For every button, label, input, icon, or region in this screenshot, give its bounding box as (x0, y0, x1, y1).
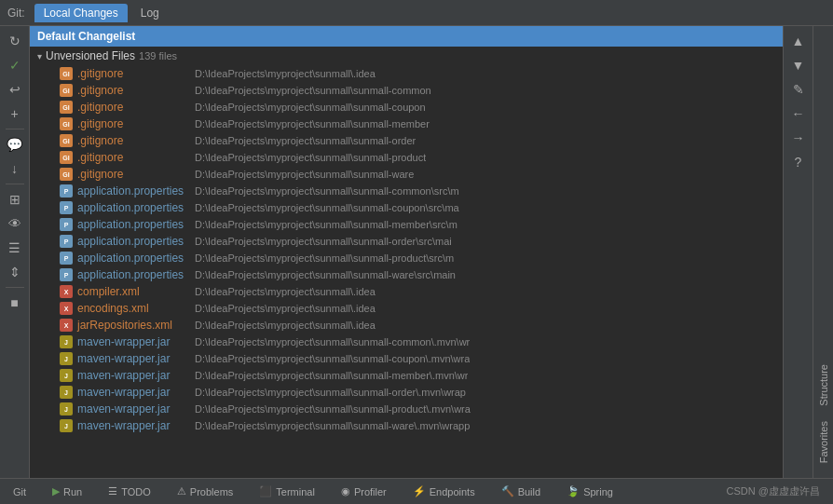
file-path: D:\IdeaProjects\myproject\sunmall\sunmal… (195, 336, 470, 347)
file-path: D:\IdeaProjects\myproject\sunmall\sunmal… (195, 353, 470, 364)
structure-panel[interactable]: Structure (816, 357, 831, 414)
file-name: maven-wrapper.jar (77, 369, 189, 382)
expand-button[interactable]: ⇕ (4, 261, 26, 283)
file-name: compiler.xml (77, 285, 189, 298)
list-item[interactable]: J maven-wrapper.jar D:\IdeaProjects\mypr… (30, 334, 783, 350)
file-type-icon: P (60, 184, 73, 198)
list-item[interactable]: J maven-wrapper.jar D:\IdeaProjects\mypr… (30, 401, 783, 417)
stop-button[interactable]: ■ (4, 292, 26, 314)
group-by-button[interactable]: ⊞ (4, 188, 26, 211)
file-type-icon: P (60, 201, 73, 214)
separator-2 (6, 184, 24, 184)
add-button[interactable]: + (4, 102, 26, 125)
terminal-icon: ⬛ (259, 485, 272, 497)
list-item[interactable]: J maven-wrapper.jar D:\IdeaProjects\mypr… (30, 384, 783, 401)
file-name: encodings.xml (77, 302, 189, 315)
sort-button[interactable]: ☰ (4, 237, 26, 259)
profiler-status[interactable]: ◉ Profiler (335, 484, 392, 499)
spring-status[interactable]: 🍃 Spring (561, 484, 619, 499)
check-button[interactable]: ✓ (4, 54, 26, 76)
run-label: Run (63, 486, 82, 497)
file-type-icon: GI (60, 151, 73, 164)
file-path: D:\IdeaProjects\myproject\sunmall\sunmal… (195, 85, 431, 96)
file-name: application.properties (77, 218, 189, 231)
list-item[interactable]: GI .gitignore D:\IdeaProjects\myproject\… (30, 166, 783, 183)
comment-button[interactable]: 💬 (4, 133, 26, 156)
build-status[interactable]: 🔨 Build (496, 484, 546, 499)
edit-button[interactable]: ✎ (787, 78, 810, 101)
file-path: D:\IdeaProjects\myproject\sunmall\sunmal… (195, 185, 459, 197)
unversioned-count: 139 files (139, 50, 177, 61)
file-path: D:\IdeaProjects\myproject\sunmall\sunmal… (195, 118, 430, 129)
todo-label: TODO (121, 486, 151, 497)
file-name: application.properties (77, 235, 189, 248)
tab-log[interactable]: Log (131, 4, 169, 22)
file-path: D:\IdeaProjects\myproject\sunmall\sunmal… (195, 370, 468, 381)
list-item[interactable]: GI .gitignore D:\IdeaProjects\myproject\… (30, 116, 783, 132)
changelist-header[interactable]: Default Changelist (30, 26, 783, 47)
endpoints-icon: ⚡ (413, 485, 426, 497)
side-panel-right: Structure Favorites (813, 26, 833, 478)
git-status[interactable]: Git (7, 484, 32, 499)
back-button[interactable]: ← (787, 102, 810, 125)
file-path: D:\IdeaProjects\myproject\sunmall\sunmal… (195, 219, 457, 230)
list-item[interactable]: J maven-wrapper.jar D:\IdeaProjects\mypr… (30, 350, 783, 367)
file-path: D:\IdeaProjects\myproject\sunmall\sunmal… (195, 236, 452, 247)
run-icon: ▶ (52, 485, 60, 497)
git-status-label: Git (13, 486, 26, 497)
endpoints-status[interactable]: ⚡ Endpoints (407, 484, 481, 499)
list-item[interactable]: P application.properties D:\IdeaProjects… (30, 250, 783, 266)
list-item[interactable]: GI .gitignore D:\IdeaProjects\myproject\… (30, 65, 783, 82)
file-name: application.properties (77, 268, 189, 281)
list-item[interactable]: GI .gitignore D:\IdeaProjects\myproject\… (30, 132, 783, 149)
toggle-icon: ▾ (37, 51, 42, 61)
file-path: D:\IdeaProjects\myproject\sunmall\sunmal… (195, 252, 454, 264)
download-button[interactable]: ↓ (4, 157, 26, 180)
list-item[interactable]: X compiler.xml D:\IdeaProjects\myproject… (30, 283, 783, 300)
list-item[interactable]: J maven-wrapper.jar D:\IdeaProjects\mypr… (30, 367, 783, 384)
file-type-icon: P (60, 252, 73, 265)
problems-label: Problems (190, 486, 233, 497)
list-item[interactable]: GI .gitignore D:\IdeaProjects\myproject\… (30, 82, 783, 99)
list-item[interactable]: X jarRepositories.xml D:\IdeaProjects\my… (30, 317, 783, 334)
list-item[interactable]: P application.properties D:\IdeaProjects… (30, 266, 783, 283)
file-type-icon: J (60, 402, 73, 415)
rollback-button[interactable]: ↩ (4, 78, 26, 101)
list-item[interactable]: GI .gitignore D:\IdeaProjects\myproject\… (30, 149, 783, 166)
file-name: maven-wrapper.jar (77, 386, 189, 399)
file-path: D:\IdeaProjects\myproject\sunmall\sunmal… (195, 403, 471, 415)
todo-status[interactable]: ☰ TODO (102, 484, 157, 499)
file-path: D:\IdeaProjects\myproject\sunmall\.idea (195, 68, 376, 79)
list-item[interactable]: P application.properties D:\IdeaProjects… (30, 233, 783, 250)
tab-local-changes[interactable]: Local Changes (34, 4, 128, 22)
file-type-icon: P (60, 235, 73, 248)
file-name: maven-wrapper.jar (77, 352, 189, 365)
file-type-icon: GI (60, 117, 73, 130)
problems-status[interactable]: ⚠ Problems (171, 484, 239, 499)
list-item[interactable]: P application.properties D:\IdeaProjects… (30, 199, 783, 216)
problems-icon: ⚠ (177, 485, 186, 497)
help-button[interactable]: ? (787, 151, 810, 173)
list-item[interactable]: P application.properties D:\IdeaProjects… (30, 216, 783, 233)
list-item[interactable]: GI .gitignore D:\IdeaProjects\myproject\… (30, 99, 783, 116)
favorites-panel[interactable]: Favorites (816, 414, 831, 470)
terminal-status[interactable]: ⬛ Terminal (253, 484, 321, 499)
todo-icon: ☰ (108, 485, 117, 497)
build-icon: 🔨 (501, 485, 514, 497)
eye-button[interactable]: 👁 (4, 212, 26, 235)
unversioned-header[interactable]: ▾ Unversioned Files 139 files (30, 47, 783, 65)
build-label: Build (518, 486, 540, 497)
file-name: application.properties (77, 184, 189, 198)
arrow-down-button[interactable]: ▼ (787, 54, 810, 76)
file-path: D:\IdeaProjects\myproject\sunmall\.idea (195, 286, 376, 297)
list-item[interactable]: P application.properties D:\IdeaProjects… (30, 183, 783, 199)
file-name: jarRepositories.xml (77, 319, 189, 332)
list-item[interactable]: J maven-wrapper.jar D:\IdeaProjects\mypr… (30, 417, 783, 434)
file-list[interactable]: Default Changelist ▾ Unversioned Files 1… (30, 26, 783, 478)
run-status[interactable]: ▶ Run (47, 484, 88, 499)
arrow-up-button[interactable]: ▲ (787, 30, 810, 52)
refresh-button[interactable]: ↻ (4, 30, 26, 52)
list-item[interactable]: X encodings.xml D:\IdeaProjects\myprojec… (30, 300, 783, 317)
forward-button[interactable]: → (787, 127, 810, 149)
left-toolbar: ↻ ✓ ↩ + 💬 ↓ ⊞ 👁 ☰ ⇕ ■ (0, 26, 30, 478)
